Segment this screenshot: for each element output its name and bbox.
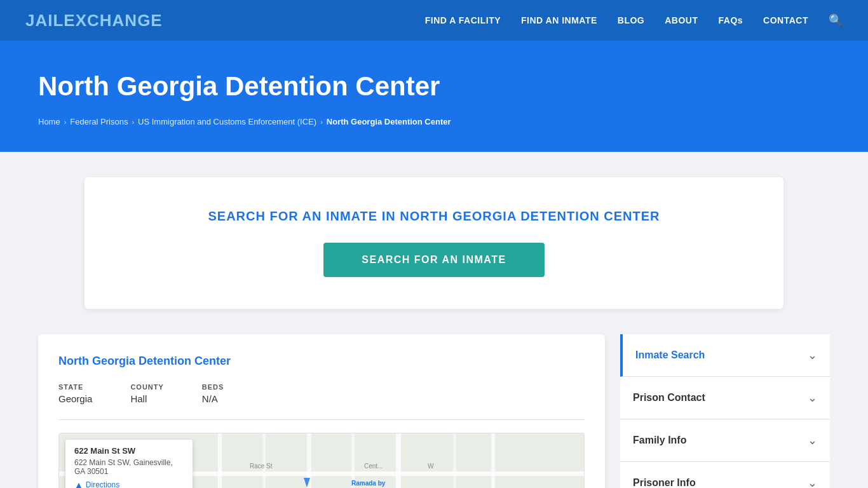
chevron-icon: ›	[320, 118, 323, 126]
nav-contact[interactable]: CONTACT	[763, 15, 808, 25]
page-title: North Georgia Detention Center	[38, 71, 830, 102]
nav-faqs[interactable]: FAQs	[719, 15, 743, 25]
svg-rect-10	[453, 433, 456, 488]
map-address-title: 622 Main St SW	[74, 446, 184, 456]
breadcrumb-ice[interactable]: US Immigration and Customs Enforcement (…	[138, 117, 316, 126]
sidebar-item-label: Prisoner Info	[633, 477, 696, 488]
facility-info-panel: North Georgia Detention Center STATE Geo…	[38, 334, 605, 488]
chevron-down-icon: ⌄	[808, 348, 817, 362]
inmate-search-section: SEARCH FOR AN INMATE IN NORTH GEORGIA DE…	[0, 152, 868, 334]
map-container: Race St Cent... W College Ave SE Luna's …	[58, 433, 585, 488]
nav-about[interactable]: ABOUT	[665, 15, 698, 25]
svg-rect-9	[396, 433, 401, 488]
search-card: SEARCH FOR AN INMATE IN NORTH GEORGIA DE…	[85, 177, 783, 309]
state-label: STATE	[58, 383, 92, 391]
svg-text:Ramada by: Ramada by	[351, 480, 386, 487]
directions-link[interactable]: ▲ Directions	[74, 480, 184, 488]
state-col: STATE Georgia	[58, 383, 92, 404]
chevron-down-icon: ⌄	[808, 433, 817, 447]
chevron-down-icon: ⌄	[808, 391, 817, 405]
svg-rect-6	[262, 433, 266, 488]
chevron-icon: ›	[64, 118, 67, 126]
map-info-box: 622 Main St SW 622 Main St SW, Gainesvil…	[65, 440, 193, 488]
header: JAILEXCHANGE FIND A FACILITY FIND AN INM…	[0, 0, 868, 41]
sidebar-panel: Inmate Search ⌄ Prison Contact ⌄ Family …	[620, 334, 830, 488]
main-content: North Georgia Detention Center STATE Geo…	[0, 334, 868, 488]
sidebar-item-prisoner-info[interactable]: Prisoner Info ⌄	[620, 462, 830, 488]
hero-section: North Georgia Detention Center Home › Fe…	[0, 41, 868, 152]
beds-col: BEDS N/A	[202, 383, 224, 404]
search-icon-button[interactable]: 🔍	[829, 13, 843, 27]
beds-value: N/A	[202, 393, 224, 404]
county-col: COUNTY Hall	[130, 383, 163, 404]
chevron-icon: ›	[132, 118, 134, 126]
logo: JAILEXCHANGE	[25, 11, 163, 30]
map-address-detail: 622 Main St SW, Gainesville, GA 30501	[74, 458, 184, 476]
sidebar-item-label: Prison Contact	[633, 392, 705, 403]
search-heading: SEARCH FOR AN INMATE IN NORTH GEORGIA DE…	[110, 209, 758, 224]
breadcrumb-home[interactable]: Home	[38, 117, 60, 126]
logo-highlight: EXCHANGE	[64, 11, 162, 30]
beds-label: BEDS	[202, 383, 224, 391]
sidebar-item-inmate-search[interactable]: Inmate Search ⌄	[620, 334, 830, 377]
main-nav: FIND A FACILITY FIND AN INMATE BLOG ABOU…	[425, 13, 843, 27]
logo-text: JAIL	[25, 11, 64, 30]
chevron-down-icon: ⌄	[808, 476, 817, 488]
directions-label: Directions	[86, 480, 119, 488]
facility-name: North Georgia Detention Center	[58, 355, 585, 368]
sidebar-item-label: Family Info	[633, 435, 686, 446]
svg-text:Cent...: Cent...	[364, 463, 383, 470]
directions-icon: ▲	[74, 480, 83, 488]
svg-text:W: W	[428, 463, 434, 470]
sidebar-item-label: Inmate Search	[635, 349, 705, 361]
svg-rect-11	[491, 433, 495, 488]
search-for-inmate-button[interactable]: SEARCH FOR AN INMATE	[323, 243, 544, 277]
facility-details-grid: STATE Georgia COUNTY Hall BEDS N/A	[58, 383, 585, 404]
breadcrumb-current: North Georgia Detention Center	[327, 117, 451, 126]
sidebar-item-family-info[interactable]: Family Info ⌄	[620, 419, 830, 462]
svg-rect-5	[218, 433, 222, 488]
county-value: Hall	[130, 393, 163, 404]
state-value: Georgia	[58, 393, 92, 404]
breadcrumb: Home › Federal Prisons › US Immigration …	[38, 117, 830, 126]
divider	[58, 419, 585, 420]
breadcrumb-federal-prisons[interactable]: Federal Prisons	[70, 117, 128, 126]
county-label: COUNTY	[130, 383, 163, 391]
nav-find-inmate[interactable]: FIND AN INMATE	[521, 15, 597, 25]
nav-blog[interactable]: BLOG	[618, 15, 644, 25]
nav-find-facility[interactable]: FIND A FACILITY	[425, 15, 501, 25]
sidebar-item-prison-contact[interactable]: Prison Contact ⌄	[620, 377, 830, 419]
svg-text:Race St: Race St	[250, 463, 273, 470]
